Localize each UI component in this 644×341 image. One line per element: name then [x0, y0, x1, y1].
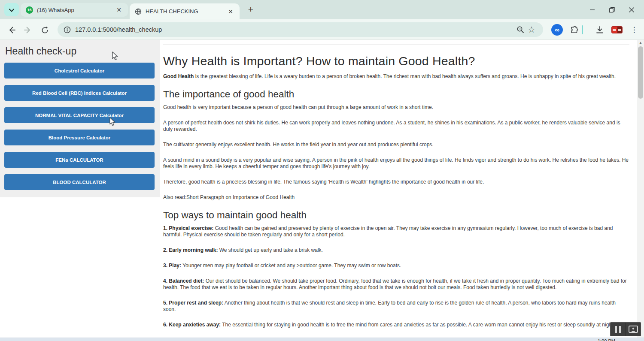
article: Why Health is Important? How to maintain…: [160, 40, 637, 338]
list-item-text: Good health can be gained and preserved …: [163, 225, 613, 238]
section-heading-top-ways: Top ways to maintain good health: [163, 210, 629, 221]
paragraph: Therefore, good health is a priceless bl…: [163, 179, 629, 185]
rbc-indices-calculator-button[interactable]: Red Blood Cell (RBC) Indices Calculator: [4, 85, 155, 101]
close-icon[interactable]: ✕: [115, 6, 123, 14]
minimize-button[interactable]: [582, 2, 602, 18]
url-text[interactable]: 127.0.0.1:5000/health_checkup: [75, 26, 515, 33]
extensions-puzzle-icon[interactable]: [568, 24, 580, 36]
list-item-lead: 5. Proper rest and sleep:: [163, 300, 223, 306]
web-page: Health check-up Cholestrol Calculator Re…: [0, 40, 644, 338]
list-item-text: The essential thing for staying in good …: [221, 322, 615, 328]
article-heading: Why Health is Important? How to maintain…: [163, 54, 629, 68]
sidebar: Health check-up Cholestrol Calculator Re…: [0, 40, 160, 197]
address-bar[interactable]: 127.0.0.1:5000/health_checkup ☆: [58, 22, 543, 37]
globe-icon: [135, 8, 142, 15]
window-controls: [582, 0, 641, 19]
list-item-text: Another thing about health is that we sh…: [163, 300, 616, 312]
close-icon[interactable]: ✕: [227, 8, 234, 15]
tab-title: HEALTH CHECKING: [146, 8, 223, 15]
also-read-text: Also read:Short Paragraph on Importance …: [163, 194, 629, 201]
intro-lead: Good Health: [163, 73, 194, 79]
tab-whatsapp[interactable]: 16 (16) WhatsApp ✕: [21, 3, 128, 17]
cholestrol-calculator-button[interactable]: Cholestrol Calculator: [4, 63, 155, 78]
list-item-text: We should get up early and take a brisk …: [218, 247, 323, 253]
list-item-text: Our diet should be balanced. We should t…: [163, 278, 627, 290]
taskbar-clock: 1:00 PM: [598, 338, 615, 341]
paragraph: The cultivator generally enjoys excellen…: [163, 142, 629, 148]
toolbar-divider: [582, 25, 583, 34]
list-item-text: Younger men may play football or cricket…: [181, 263, 401, 269]
reload-button[interactable]: [39, 24, 51, 36]
paragraph: Good health is very important because a …: [163, 104, 629, 111]
list-item-lead: 6. Keep anxieties away:: [163, 322, 221, 328]
intro-rest: is the greatest blessing of life. Life i…: [194, 73, 616, 79]
close-window-button[interactable]: [622, 2, 641, 18]
paragraph: A person of perfect health does not shir…: [163, 120, 629, 133]
picture-in-picture-button[interactable]: [626, 323, 641, 336]
blood-calculator-button[interactable]: BLOOD CALCULATOR: [4, 174, 155, 190]
paragraph: A sound mind in a sound body is a very p…: [163, 157, 629, 170]
chevron-down-icon: [9, 6, 14, 14]
pause-icon: [615, 326, 617, 333]
restore-button[interactable]: [602, 2, 622, 18]
section-heading-importance: The importance of good health: [163, 89, 629, 100]
tab-search-button[interactable]: [4, 3, 19, 16]
browser-menu-icon[interactable]: ⋮: [628, 24, 640, 36]
idm-extension-icon[interactable]: [611, 26, 623, 33]
page-scrollbar[interactable]: ▲: [637, 40, 644, 338]
vital-capacity-calculator-button[interactable]: NORMAL VITAL CAPACITY Calculator: [4, 107, 155, 123]
tab-health-checking[interactable]: HEALTH CHECKING ✕: [130, 3, 240, 19]
vpn-extension-icon[interactable]: ∞: [551, 24, 563, 36]
zoom-icon[interactable]: [515, 24, 526, 35]
idm-glyph: [613, 29, 616, 31]
downloads-icon[interactable]: [593, 24, 606, 36]
browser-titlebar: 16 (16) WhatsApp ✕ HEALTH CHECKING ✕ +: [0, 0, 644, 19]
list-item: 6. Keep anxieties away: The essential th…: [163, 322, 629, 328]
new-tab-button[interactable]: +: [245, 4, 257, 16]
scroll-up-icon[interactable]: ▲: [637, 40, 644, 46]
intro-paragraph: Good Health is the greatest blessing of …: [163, 73, 629, 80]
blood-pressure-calculator-button[interactable]: Blood Pressure Calculator: [4, 130, 155, 145]
media-control-overlay: [610, 322, 641, 336]
bookmark-star-icon[interactable]: ☆: [526, 24, 537, 35]
forward-button[interactable]: [22, 24, 34, 36]
site-info-icon[interactable]: [64, 26, 71, 33]
whatsapp-badge-icon: 16: [26, 6, 33, 14]
list-item: 4. Balanced diet: Our diet should be bal…: [163, 278, 629, 291]
list-item: 3. Play: Younger men may play football o…: [163, 263, 629, 269]
list-item: 2. Early morning walk: We should get up …: [163, 247, 629, 253]
fena-calculator-button[interactable]: FENa CALCULATOR: [4, 152, 155, 168]
pause-icon: [619, 326, 621, 333]
person-frame-icon: [629, 326, 638, 333]
list-item-lead: 3. Play:: [163, 263, 181, 269]
list-item: 5. Proper rest and sleep: Another thing …: [163, 300, 629, 313]
list-item: 1. Physical exercise: Good health can be…: [163, 225, 629, 238]
page-title: Health check-up: [5, 45, 160, 57]
idm-glyph: [618, 29, 621, 31]
list-item-lead: 2. Early morning walk:: [163, 247, 218, 253]
list-item-lead: 4. Balanced diet:: [163, 278, 204, 284]
pause-button[interactable]: [611, 323, 626, 336]
taskbar-edge: 1:00 PM: [0, 338, 644, 341]
tab-title: (16) WhatsApp: [37, 7, 111, 13]
back-button[interactable]: [6, 24, 18, 36]
list-item-lead: 1. Physical exercise:: [163, 225, 213, 231]
scrollbar-thumb[interactable]: [638, 46, 643, 99]
